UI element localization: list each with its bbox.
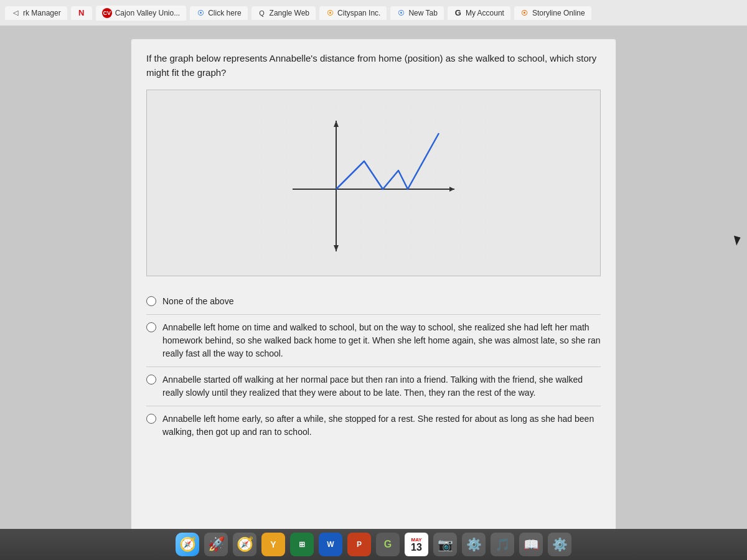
- answer-text-c: Annabelle left home early, so after a wh…: [162, 413, 601, 439]
- main-content: If the graph below represents Annabelle'…: [0, 26, 747, 560]
- tab-click-here[interactable]: ⦿ Click here: [190, 6, 247, 20]
- google-icon: G: [454, 9, 463, 17]
- taskbar: 🧭 🚀 🧭 Y ⊞ W P G MAY 13 📷 ⚙️ 🎵 📖 ⚙️: [0, 529, 747, 560]
- answer-text-none: None of the above: [162, 295, 233, 308]
- tab-new-tab[interactable]: ⦿ New Tab: [390, 6, 443, 20]
- dock-word[interactable]: W: [319, 533, 342, 556]
- newtab-icon: ⦿: [397, 9, 405, 17]
- tab-zangle[interactable]: Q Zangle Web: [251, 6, 316, 20]
- calendar-day: 13: [411, 543, 422, 553]
- answer-text-a: Annabelle left home on time and walked t…: [162, 321, 601, 360]
- tab-storyline-label: Storyline Online: [532, 9, 585, 17]
- tab-click-here-label: Click here: [208, 9, 241, 17]
- tab-cajon[interactable]: CV Cajon Valley Unio...: [96, 6, 187, 21]
- dock-settings[interactable]: ⚙️: [462, 533, 486, 556]
- safari-icon: 🧭: [237, 536, 253, 553]
- system-icon: ⚙️: [552, 537, 568, 552]
- dock-safari[interactable]: 🧭: [233, 533, 256, 556]
- dock-system[interactable]: ⚙️: [548, 533, 571, 556]
- tab-new-tab-label: New Tab: [408, 9, 437, 17]
- finder-icon: 🧭: [179, 536, 196, 553]
- app2-icon: G: [384, 539, 392, 550]
- tab-my-account[interactable]: G My Account: [448, 6, 510, 20]
- radio-none[interactable]: [146, 296, 156, 306]
- radio-a[interactable]: [146, 322, 156, 332]
- dock-excel[interactable]: ⊞: [290, 533, 314, 556]
- music-icon: 🎵: [495, 537, 510, 552]
- answer-options: None of the above Annabelle left home on…: [146, 289, 601, 445]
- tab-task-manager[interactable]: ◁ rk Manager: [5, 6, 67, 20]
- answer-option-b[interactable]: Annabelle started off walking at her nor…: [146, 367, 601, 406]
- dock-finder[interactable]: 🧭: [176, 533, 199, 556]
- task-manager-icon: ◁: [11, 9, 20, 17]
- answer-option-none[interactable]: None of the above: [146, 289, 601, 315]
- answer-option-a[interactable]: Annabelle left home on time and walked t…: [146, 315, 601, 367]
- radio-b[interactable]: [146, 375, 156, 385]
- dock-powerpoint[interactable]: P: [347, 533, 371, 556]
- powerpoint-icon: P: [357, 540, 362, 549]
- cityspan-icon: ⦿: [326, 9, 334, 17]
- netflix-icon: N: [77, 9, 86, 17]
- graph-container: [146, 90, 601, 276]
- dock-launchpad[interactable]: 🚀: [204, 533, 228, 556]
- storyline-icon: ⦿: [520, 9, 529, 17]
- photos-icon: 📷: [438, 537, 453, 552]
- tab-storyline[interactable]: ⦿ Storyline Online: [514, 6, 591, 20]
- graph-svg: [255, 102, 492, 264]
- answer-option-c[interactable]: Annabelle left home early, so after a wh…: [146, 406, 601, 445]
- excel-icon: ⊞: [299, 540, 305, 549]
- dock-books[interactable]: 📖: [519, 533, 543, 556]
- tab-task-manager-label: rk Manager: [23, 9, 61, 17]
- tab-cityspan-label: Cityspan Inc.: [337, 9, 380, 17]
- dock-app2[interactable]: G: [376, 533, 400, 556]
- click-here-icon: ⦿: [196, 9, 205, 17]
- tab-cityspan[interactable]: ⦿ Cityspan Inc.: [319, 6, 387, 20]
- tab-netflix[interactable]: N: [71, 6, 92, 20]
- dock-photos[interactable]: 📷: [433, 533, 457, 556]
- browser-tab-bar: ◁ rk Manager N CV Cajon Valley Unio... ⦿…: [0, 0, 747, 26]
- app1-icon: Y: [270, 539, 276, 549]
- settings-icon: ⚙️: [466, 537, 482, 552]
- question-text: If the graph below represents Annabelle'…: [146, 52, 601, 80]
- zangle-icon: Q: [258, 9, 266, 17]
- cajon-icon: CV: [102, 8, 112, 18]
- tab-cajon-label: Cajon Valley Unio...: [115, 9, 181, 17]
- tab-my-account-label: My Account: [466, 9, 504, 17]
- dock-app1[interactable]: Y: [261, 533, 285, 556]
- radio-c[interactable]: [146, 414, 156, 424]
- dock-calendar[interactable]: MAY 13: [405, 533, 428, 556]
- launchpad-icon: 🚀: [208, 536, 225, 553]
- answer-text-b: Annabelle started off walking at her nor…: [162, 373, 601, 399]
- word-icon: W: [327, 540, 334, 549]
- dock-music[interactable]: 🎵: [491, 533, 514, 556]
- quiz-card: If the graph below represents Annabelle'…: [131, 39, 616, 548]
- tab-zangle-label: Zangle Web: [270, 9, 309, 17]
- books-icon: 📖: [524, 537, 539, 552]
- svg-rect-1: [255, 102, 492, 264]
